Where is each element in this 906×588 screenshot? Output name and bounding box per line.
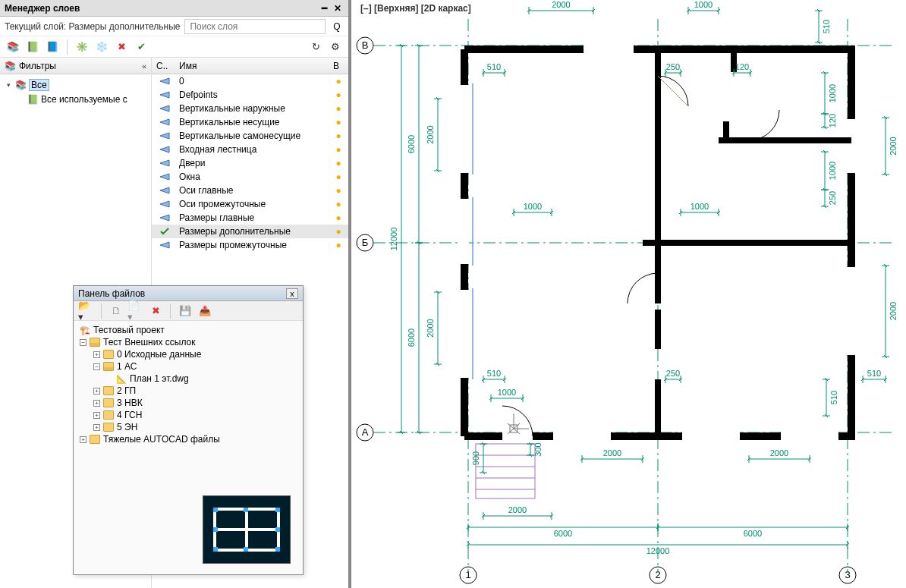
svg-text:В: В [362, 39, 369, 51]
layer-visibility-icon[interactable]: ● [333, 212, 344, 223]
col-status[interactable]: С.. [156, 61, 173, 71]
svg-text:1000: 1000 [524, 202, 542, 211]
svg-text:510: 510 [822, 20, 831, 33]
svg-text:1000: 1000 [498, 388, 516, 397]
layer-name: Оси главные [179, 185, 327, 196]
expand-toggle[interactable]: + [93, 400, 100, 407]
layer-row[interactable]: Размеры промежуточные● [152, 238, 348, 252]
drawing-viewport[interactable]: [–] [Верхняя] [2D каркас] АБВ123 [354, 0, 906, 588]
layer-visibility-icon[interactable]: ● [333, 199, 344, 209]
layer-visibility-icon[interactable]: ● [333, 90, 344, 100]
layer-manager-toolbar: 📚 📗 📘 ✳️ ❄️ ✖ ✔ ↻ ⚙ [0, 36, 348, 58]
expand-toggle[interactable]: + [93, 412, 100, 419]
layer-visibility-icon[interactable]: ● [333, 76, 344, 86]
folder-row[interactable]: +2 ГП [80, 385, 297, 397]
filters-collapse-icon[interactable]: « [142, 61, 146, 71]
folder-row[interactable]: +4 ГСН [80, 409, 297, 421]
expand-toggle[interactable]: + [93, 388, 100, 395]
svg-text:6000: 6000 [744, 529, 762, 538]
settings-button[interactable]: ⚙ [327, 39, 344, 55]
layer-row[interactable]: Вертикальные наружные● [152, 102, 348, 115]
group-external-refs[interactable]: − Тест Внешних ссылок [80, 336, 297, 348]
svg-text:120: 120 [828, 114, 837, 127]
layer-visibility-icon[interactable]: ● [333, 158, 344, 168]
save-button[interactable]: 💾 [177, 303, 193, 319]
delete-file-button[interactable]: ✖ [147, 303, 164, 319]
layer-visibility-icon[interactable]: ● [333, 103, 344, 114]
filter-all[interactable]: ▾ 📚 Все [5, 77, 146, 93]
folder-row[interactable]: +3 НВК [80, 397, 297, 409]
new-button[interactable]: 🗋 [108, 303, 124, 319]
new-layer-vp-frozen-button[interactable]: ❄️ [93, 39, 110, 55]
layer-visibility-icon[interactable]: ● [333, 240, 344, 250]
filters-header[interactable]: 📚 Фильтры « [0, 58, 151, 74]
delete-layer-button[interactable]: ✖ [113, 39, 130, 55]
folder-row[interactable]: +0 Исходные данные [80, 348, 297, 360]
layer-status-icon [156, 77, 173, 85]
layer-states-button[interactable]: 📘 [44, 39, 61, 55]
expand-toggle[interactable]: + [93, 424, 100, 431]
layer-manager-info-row: Текущий слой: Размеры дополнительные Q [0, 17, 348, 36]
svg-text:1000: 1000 [828, 84, 837, 102]
layer-name: Вертикальные самонесущие [179, 130, 327, 141]
close-button[interactable]: ✕ [332, 2, 344, 14]
col-name[interactable]: Имя [179, 61, 327, 71]
layer-row[interactable]: Входная лестница● [152, 143, 348, 156]
col-visible[interactable]: В [333, 61, 344, 71]
search-icon[interactable]: Q [330, 21, 344, 32]
layer-row[interactable]: 0● [152, 74, 348, 88]
files-panel[interactable]: Панель файлов x 📂▾ 🗋 📄▾ ✖ 💾 📤 🏗️ Тестовы… [73, 285, 304, 575]
svg-rect-17 [275, 508, 280, 512]
layer-row[interactable]: Вертикальные несущие● [152, 115, 348, 129]
folder-row[interactable]: −1 АС [80, 360, 297, 373]
new-group-filter-button[interactable]: 📗 [24, 39, 41, 55]
svg-text:2000: 2000 [770, 448, 788, 458]
layers-header[interactable]: С.. Имя В [152, 58, 348, 74]
open-file-button[interactable]: 📂▾ [78, 303, 95, 319]
svg-marker-11 [160, 242, 169, 248]
layer-row[interactable]: Оси промежуточные● [152, 197, 348, 211]
set-current-button[interactable]: ✔ [133, 39, 149, 55]
expand-toggle[interactable]: − [93, 363, 100, 370]
layer-row[interactable]: Размеры дополнительные● [152, 225, 348, 238]
layer-visibility-icon[interactable]: ● [333, 226, 344, 237]
refresh-button[interactable]: ↻ [307, 39, 324, 55]
layer-status-icon [156, 146, 173, 153]
new-layer-button[interactable]: ✳️ [74, 39, 90, 55]
layer-status-icon [156, 132, 173, 140]
files-tree[interactable]: 🏗️ Тестовый проект − Тест Внешних ссылок… [74, 321, 303, 473]
filter-used-layers[interactable]: 📗 Все используемые с [5, 93, 146, 106]
new-folder-button[interactable]: 📄▾ [127, 303, 144, 319]
layer-name: Размеры главные [179, 212, 327, 223]
expand-toggle[interactable]: − [80, 339, 87, 346]
new-property-filter-button[interactable]: 📚 [5, 39, 21, 55]
layer-row[interactable]: Оси главные● [152, 184, 348, 197]
layer-visibility-icon[interactable]: ● [333, 185, 344, 196]
svg-rect-86 [476, 444, 535, 498]
folder-icon [103, 386, 114, 395]
layer-status-icon [156, 118, 173, 126]
layer-row[interactable]: Двери● [152, 156, 348, 170]
layer-visibility-icon[interactable]: ● [333, 117, 344, 127]
layer-search-input[interactable] [184, 19, 326, 34]
layer-visibility-icon[interactable]: ● [333, 144, 344, 155]
layer-visibility-icon[interactable]: ● [333, 171, 344, 182]
folder-row[interactable]: +5 ЭН [80, 421, 297, 433]
expand-toggle[interactable]: + [93, 351, 100, 358]
dwg-file-icon: 📐 [116, 373, 127, 384]
floor-plan-drawing[interactable]: АБВ123 [354, 0, 906, 588]
files-panel-titlebar[interactable]: Панель файлов x [74, 286, 303, 301]
layer-row[interactable]: Размеры главные● [152, 211, 348, 225]
layer-row[interactable]: Defpoints● [152, 88, 348, 102]
files-panel-close-button[interactable]: x [286, 288, 298, 299]
file-row[interactable]: 📐План 1 эт.dwg [80, 373, 297, 385]
layer-visibility-icon[interactable]: ● [333, 130, 344, 141]
expand-toggle[interactable]: + [80, 436, 87, 443]
layer-row[interactable]: Вертикальные самонесущие● [152, 129, 348, 143]
project-root[interactable]: 🏗️ Тестовый проект [80, 324, 297, 336]
layer-row[interactable]: Окна● [152, 170, 348, 184]
export-button[interactable]: 📤 [197, 303, 213, 319]
layer-manager-titlebar[interactable]: Менеджер слоев ━ ✕ [0, 0, 348, 17]
minimize-button[interactable]: ━ [318, 2, 330, 14]
group-heavy-autocad[interactable]: + Тяжелые AUTOCAD файлы [80, 433, 297, 445]
